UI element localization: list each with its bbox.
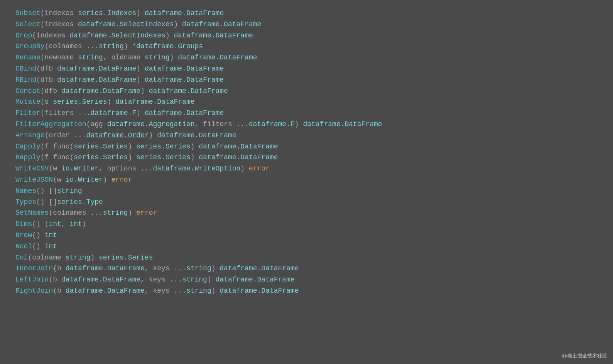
code-line-14: Rapply(f func(series.Series) series.Seri…	[15, 152, 598, 163]
code-line-23: Col(colname string) series.Series	[15, 252, 598, 263]
code-line-13: Capply(f func(series.Series) series.Seri…	[15, 141, 598, 152]
code-line-7: RBind(dfb dataframe.DataFrame) dataframe…	[15, 74, 598, 86]
code-line-5: Rename(newname string, oldname string) d…	[15, 52, 598, 63]
code-line-15: WriteCSV(w io.Writer, options ...datafra…	[15, 163, 598, 174]
code-line-3: Drop(indexes dataframe.SelectIndexes) da…	[15, 30, 598, 41]
code-line-22: Ncol() int	[15, 241, 598, 252]
code-line-19: SetNames(colnames ...string) error	[15, 207, 598, 219]
code-line-10: Filter(filters ...dataframe.F) dataframe…	[15, 108, 598, 119]
code-line-17: Names() []string	[15, 185, 598, 197]
code-line-25: LeftJoin(b dataframe.DataFrame, keys ...…	[15, 274, 598, 285]
code-line-4: GroupBy(colnames ...string) *dataframe.G…	[15, 41, 598, 52]
code-line-11: FilterAggregation(agg dataframe.Aggregat…	[15, 119, 598, 130]
code-line-12: Arrange(order ...dataframe.Order) datafr…	[15, 130, 598, 141]
code-container: Subset(indexes series.Indexes) dataframe…	[15, 8, 598, 297]
code-line-24: InnerJoin(b dataframe.DataFrame, keys ..…	[15, 263, 598, 274]
code-line-2: Select(indexes dataframe.SelectIndexes) …	[15, 19, 598, 30]
watermark-text: @稀土掘金技术社区	[562, 352, 607, 360]
code-line-8: Concat(dfb dataframe.DataFrame) datafram…	[15, 86, 598, 97]
code-line-1: Subset(indexes series.Indexes) dataframe…	[15, 8, 598, 19]
code-line-16: WriteJSON(w io.Writer) error	[15, 174, 598, 185]
code-line-26: RightJoin(b dataframe.DataFrame, keys ..…	[15, 285, 598, 297]
code-line-9: Mutate(s series.Series) dataframe.DataFr…	[15, 96, 598, 108]
code-line-20: Dims() (int, int)	[15, 219, 598, 230]
code-line-6: CBind(dfb dataframe.DataFrame) dataframe…	[15, 63, 598, 74]
code-line-18: Types() []series.Type	[15, 197, 598, 208]
code-line-21: Nrow() int	[15, 230, 598, 241]
